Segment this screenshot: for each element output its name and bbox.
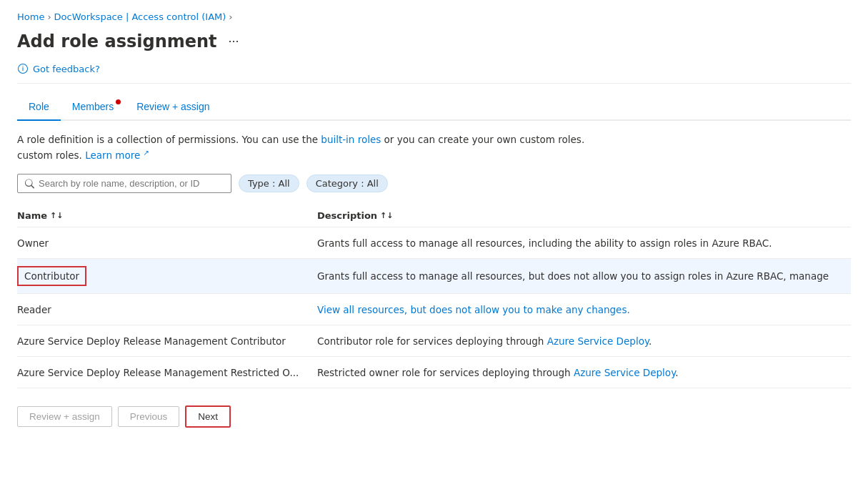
row-desc-owner: Grants full access to manage all resourc… xyxy=(317,237,851,249)
page-title-row: Add role assignment ··· xyxy=(17,31,851,51)
search-box[interactable] xyxy=(17,174,231,193)
description: A role definition is a collection of per… xyxy=(17,132,851,162)
col-name-header: Name ↑↓ xyxy=(17,210,317,221)
breadcrumb-sep2: › xyxy=(229,11,232,22)
filters-row: Type : All Category : All xyxy=(17,174,851,193)
table-row[interactable]: Owner Grants full access to manage all r… xyxy=(17,227,851,259)
roles-table: Name ↑↓ Description ↑↓ Owner Grants full… xyxy=(17,205,851,388)
built-in-roles-link[interactable]: built-in roles xyxy=(321,134,381,145)
feedback-icon xyxy=(17,63,29,74)
row-desc-asdmc: Contributor role for services deploying … xyxy=(317,335,851,347)
external-link-icon: ↗ xyxy=(144,148,149,156)
page-title: Add role assignment xyxy=(17,31,217,51)
search-icon xyxy=(25,179,34,189)
table-row[interactable]: Azure Service Deploy Release Management … xyxy=(17,325,851,357)
row-name-reader: Reader xyxy=(17,304,317,315)
learn-more-link[interactable]: Learn more ↗ xyxy=(85,149,149,161)
review-assign-button[interactable]: Review + assign xyxy=(17,406,112,427)
tabs: Role Members Review + assign xyxy=(17,95,851,121)
row-desc-contributor: Grants full access to manage all resourc… xyxy=(317,270,851,282)
breadcrumb: Home › DocWorkspace | Access control (IA… xyxy=(17,11,851,22)
row-name-owner: Owner xyxy=(17,237,317,249)
tab-role[interactable]: Role xyxy=(17,95,61,121)
feedback-label: Got feedback? xyxy=(33,64,100,74)
row-desc-reader: View all resources, but does not allow y… xyxy=(317,304,851,315)
breadcrumb-workspace[interactable]: DocWorkspace | Access control (IAM) xyxy=(54,11,226,22)
more-options-button[interactable]: ··· xyxy=(224,31,244,51)
divider xyxy=(17,83,851,84)
table-row[interactable]: Azure Service Deploy Release Management … xyxy=(17,357,851,388)
table-row[interactable]: Contributor Grants full access to manage… xyxy=(17,259,851,294)
desc-sort-icon[interactable]: ↑↓ xyxy=(380,211,393,220)
asdmro-link[interactable]: Azure Service Deploy xyxy=(574,367,675,378)
previous-button[interactable]: Previous xyxy=(118,406,180,427)
breadcrumb-sep1: › xyxy=(47,11,51,22)
row-name-contributor: Contributor xyxy=(17,266,317,286)
next-button[interactable]: Next xyxy=(185,405,231,428)
contributor-selected-label: Contributor xyxy=(17,266,86,286)
row-name-asdmc: Azure Service Deploy Release Management … xyxy=(17,335,317,347)
footer-buttons: Review + assign Previous Next xyxy=(17,405,851,428)
col-desc-header: Description ↑↓ xyxy=(317,210,851,221)
table-header: Name ↑↓ Description ↑↓ xyxy=(17,205,851,227)
desc-text1: A role definition is a collection of per… xyxy=(17,134,321,145)
feedback-row[interactable]: Got feedback? xyxy=(17,63,851,74)
type-filter[interactable]: Type : All xyxy=(239,174,299,192)
search-input[interactable] xyxy=(39,178,224,189)
name-sort-icon[interactable]: ↑↓ xyxy=(50,211,63,220)
reader-desc-link: View all resources, but does not allow y… xyxy=(317,304,630,315)
tab-review-assign[interactable]: Review + assign xyxy=(125,95,221,119)
asdmc-link[interactable]: Azure Service Deploy xyxy=(547,335,649,347)
row-desc-asdmro: Restricted owner role for services deplo… xyxy=(317,367,851,378)
table-row[interactable]: Reader View all resources, but does not … xyxy=(17,294,851,325)
category-filter[interactable]: Category : All xyxy=(306,174,388,192)
breadcrumb-home[interactable]: Home xyxy=(17,11,44,22)
row-name-asdmro: Azure Service Deploy Release Management … xyxy=(17,367,317,378)
desc-text2: or you can create your own custom roles. xyxy=(381,134,584,145)
tab-members[interactable]: Members xyxy=(61,95,125,119)
